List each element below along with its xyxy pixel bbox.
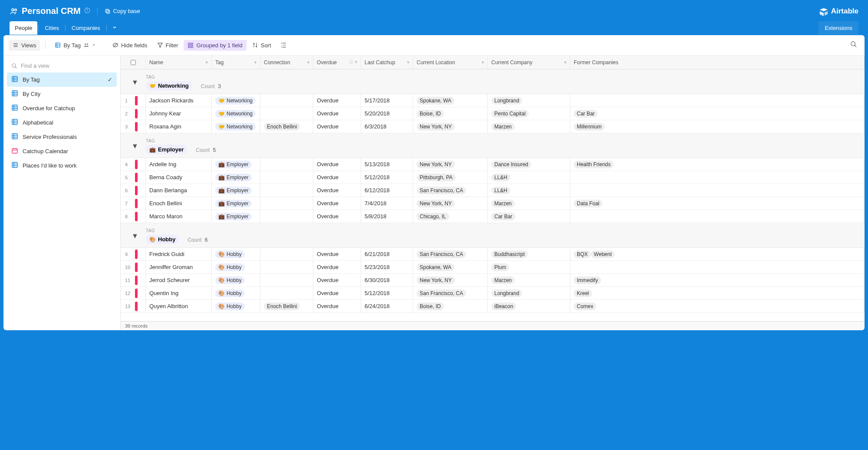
cell-former[interactable]: [570, 184, 865, 197]
cell-company[interactable]: Pento Capital: [488, 107, 570, 120]
cell-overdue[interactable]: Overdue: [313, 300, 361, 312]
group-button[interactable]: Grouped by 1 field: [184, 40, 246, 51]
airtable-brand[interactable]: Airtable: [819, 7, 858, 16]
cell-location[interactable]: San Francisco, CA: [413, 287, 488, 299]
row-height-button[interactable]: [277, 40, 291, 50]
filter-button[interactable]: Filter: [153, 40, 182, 51]
cell-company[interactable]: Marzen: [488, 274, 570, 286]
view-item-alphabetical[interactable]: Alphabetical: [7, 115, 117, 130]
tab-cities[interactable]: Cities: [39, 21, 64, 35]
cell-overdue[interactable]: Overdue: [313, 184, 361, 197]
cell-location[interactable]: San Francisco, CA: [413, 248, 488, 260]
cell-connection[interactable]: [260, 197, 313, 210]
cell-name[interactable]: Enoch Bellini: [146, 197, 212, 210]
cell-connection[interactable]: [260, 184, 313, 197]
cell-tag[interactable]: 🤝Networking: [212, 107, 260, 120]
cell-location[interactable]: New York, NY: [413, 274, 488, 286]
cell-connection[interactable]: [260, 158, 313, 171]
group-header-networking[interactable]: ▼TAG🤝NetworkingCount 3: [121, 69, 865, 94]
table-row[interactable]: 10Jenniffer Groman🎨HobbyOverdue5/23/2018…: [121, 261, 865, 274]
base-title[interactable]: Personal CRM: [22, 6, 81, 16]
view-item-overdue-for-catchup[interactable]: Overdue for Catchup: [7, 101, 117, 115]
cell-connection[interactable]: [260, 94, 313, 107]
views-button[interactable]: Views: [9, 40, 40, 51]
cell-date[interactable]: 6/12/2018: [361, 184, 413, 197]
cell-tag[interactable]: 💼Employer: [212, 158, 260, 171]
cell-former[interactable]: BQX Webent: [570, 248, 865, 260]
cell-company[interactable]: Buddhascript: [488, 248, 570, 260]
col-name[interactable]: Name▼: [146, 56, 212, 69]
table-row[interactable]: 2Johnny Kear🤝NetworkingOverdue5/20/2018B…: [121, 107, 865, 120]
company-chip[interactable]: Comex: [574, 302, 596, 310]
table-row[interactable]: 4Ardelle Ing💼EmployerOverdue5/13/2018New…: [121, 158, 865, 171]
cell-overdue[interactable]: Overdue: [313, 197, 361, 210]
cell-tag[interactable]: 💼Employer: [212, 197, 260, 210]
cell-company[interactable]: iBeacon: [488, 300, 570, 312]
cell-overdue[interactable]: Overdue: [313, 94, 361, 107]
select-all-checkbox[interactable]: [121, 56, 146, 69]
info-icon[interactable]: [84, 7, 90, 15]
cell-connection[interactable]: [260, 210, 313, 223]
cell-overdue[interactable]: Overdue: [313, 171, 361, 184]
cell-former[interactable]: [570, 261, 865, 273]
cell-connection[interactable]: [260, 171, 313, 184]
cell-company[interactable]: Plum: [488, 261, 570, 273]
cell-name[interactable]: Berna Coady: [146, 171, 212, 184]
cell-location[interactable]: Boise, ID: [413, 107, 488, 120]
cell-company[interactable]: LL&H: [488, 184, 570, 197]
table-row[interactable]: 5Berna Coady💼EmployerOverdue5/12/2018Pit…: [121, 171, 865, 184]
col-location[interactable]: Current Location▼: [413, 56, 488, 69]
table-row[interactable]: 13Quyen Albritton🎨HobbyEnoch BelliniOver…: [121, 300, 865, 313]
cell-name[interactable]: Quyen Albritton: [146, 300, 212, 312]
cell-location[interactable]: Pittsburgh, PA: [413, 171, 488, 184]
col-last-catchup[interactable]: Last Catchup▼: [361, 56, 413, 69]
cell-former[interactable]: [570, 94, 865, 107]
cell-tag[interactable]: 💼Employer: [212, 210, 260, 223]
company-chip[interactable]: Car Bar: [574, 110, 598, 118]
cell-location[interactable]: New York, NY: [413, 197, 488, 210]
cell-date[interactable]: 5/8/2018: [361, 210, 413, 223]
tab-people[interactable]: People: [10, 21, 37, 35]
cell-company[interactable]: Dance Insured: [488, 158, 570, 171]
cell-tag[interactable]: 🎨Hobby: [212, 300, 260, 312]
cell-connection[interactable]: [260, 274, 313, 286]
cell-former[interactable]: Millennium: [570, 120, 865, 133]
cell-date[interactable]: 5/23/2018: [361, 261, 413, 273]
cell-connection[interactable]: [260, 261, 313, 273]
sort-button[interactable]: Sort: [248, 40, 275, 51]
cell-tag[interactable]: 🤝Networking: [212, 120, 260, 133]
cell-former[interactable]: [570, 171, 865, 184]
table-row[interactable]: 11Jerrod Scheurer🎨HobbyOverdue6/30/2018N…: [121, 274, 865, 287]
cell-location[interactable]: Boise, ID: [413, 300, 488, 312]
cell-location[interactable]: New York, NY: [413, 158, 488, 171]
cell-location[interactable]: Spokane, WA: [413, 261, 488, 273]
col-company[interactable]: Current Company▼: [488, 56, 570, 69]
cell-tag[interactable]: 🎨Hobby: [212, 261, 260, 273]
cell-date[interactable]: 7/4/2018: [361, 197, 413, 210]
cell-name[interactable]: Roxana Agin: [146, 120, 212, 133]
company-chip[interactable]: Kreel: [574, 289, 592, 297]
extensions-button[interactable]: Extensions: [819, 21, 858, 35]
cell-former[interactable]: Comex: [570, 300, 865, 312]
col-tag[interactable]: Tag▼: [212, 56, 260, 69]
company-chip[interactable]: Immedify: [574, 276, 601, 284]
cell-former[interactable]: Car Bar: [570, 107, 865, 120]
cell-name[interactable]: Jenniffer Groman: [146, 261, 212, 273]
cell-date[interactable]: 5/17/2018: [361, 94, 413, 107]
table-row[interactable]: 8Marco Maron💼EmployerOverdue5/8/2018Chic…: [121, 210, 865, 223]
tab-companies[interactable]: Companies: [66, 21, 105, 35]
view-switcher[interactable]: By Tag ▼: [51, 40, 99, 51]
cell-date[interactable]: 5/13/2018: [361, 158, 413, 171]
cell-overdue[interactable]: Overdue: [313, 248, 361, 260]
view-item-by-city[interactable]: By City: [7, 87, 117, 101]
cell-former[interactable]: Immedify: [570, 274, 865, 286]
cell-company[interactable]: Marzen: [488, 197, 570, 210]
cell-connection[interactable]: [260, 248, 313, 260]
cell-location[interactable]: Spokane, WA: [413, 94, 488, 107]
cell-former[interactable]: Data Foal: [570, 197, 865, 210]
table-row[interactable]: 12Quentin Ing🎨HobbyOverdue5/12/2018San F…: [121, 287, 865, 300]
tab-chevron-icon[interactable]: [108, 20, 122, 35]
cell-tag[interactable]: 💼Employer: [212, 184, 260, 197]
cell-connection[interactable]: Enoch Bellini: [260, 300, 313, 312]
cell-name[interactable]: Jackson Rickards: [146, 94, 212, 107]
